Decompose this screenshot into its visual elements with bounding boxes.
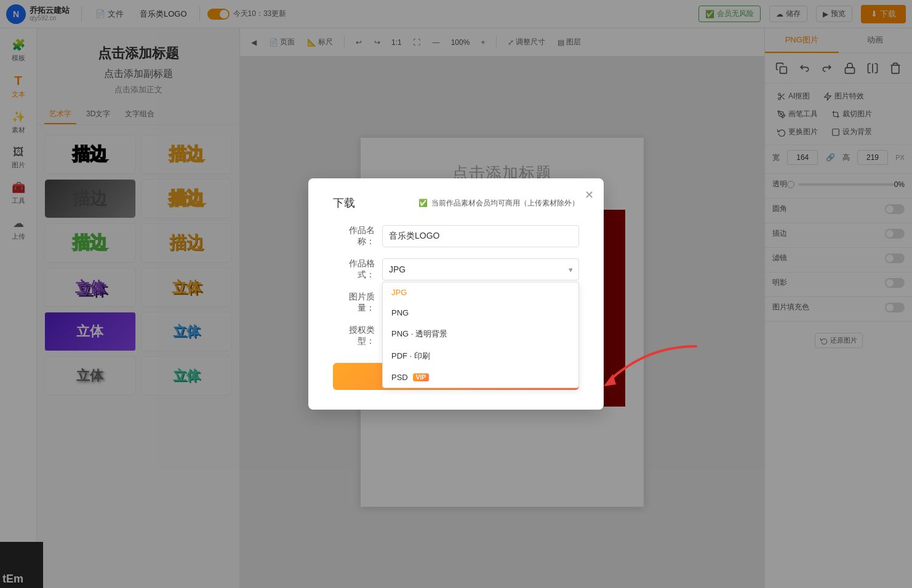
psd-label: PSD xyxy=(391,373,408,382)
svg-marker-11 xyxy=(604,374,616,386)
format-option-png[interactable]: PNG xyxy=(383,303,578,323)
modal-format-row: 作品格式： JPG ▾ JPG PNG PNG · 透明背景 xyxy=(333,258,579,280)
modal-name-label: 作品名称： xyxy=(333,225,382,247)
modal-format-select[interactable]: JPG xyxy=(382,258,579,280)
modal-quality-label: 图片质量： xyxy=(333,292,382,314)
format-option-jpg[interactable]: JPG xyxy=(383,282,578,303)
modal-close-button[interactable]: ✕ xyxy=(585,188,594,202)
modal-info: ✅ 当前作品素材会员均可商用（上传素材除外） xyxy=(418,198,579,209)
modal-info-text: 当前作品素材会员均可商用（上传素材除外） xyxy=(431,198,579,209)
modal-license-label: 授权类型： xyxy=(333,325,382,347)
download-modal: ✕ 下载 ✅ 当前作品素材会员均可商用（上传素材除外） 作品名称： 作品格式： … xyxy=(308,178,604,410)
modal-header: 下载 ✅ 当前作品素材会员均可商用（上传素材除外） xyxy=(333,196,579,210)
modal-info-icon: ✅ xyxy=(418,199,428,207)
pdf-label: PDF · 印刷 xyxy=(391,351,430,362)
modal-overlay[interactable]: ✕ 下载 ✅ 当前作品素材会员均可商用（上传素材除外） 作品名称： 作品格式： … xyxy=(0,0,912,588)
png-label: PNG xyxy=(391,308,409,317)
format-option-png-trans[interactable]: PNG · 透明背景 xyxy=(383,323,578,345)
png-trans-label: PNG · 透明背景 xyxy=(391,328,447,340)
modal-format-wrapper: JPG ▾ JPG PNG PNG · 透明背景 PDF · 印刷 xyxy=(382,258,579,280)
format-option-pdf[interactable]: PDF · 印刷 xyxy=(383,345,578,367)
modal-name-input[interactable] xyxy=(382,225,579,247)
modal-name-row: 作品名称： xyxy=(333,225,579,247)
modal-format-label: 作品格式： xyxy=(333,258,382,280)
format-option-psd[interactable]: PSD VIP xyxy=(383,367,578,387)
arrow-container xyxy=(598,340,702,391)
modal-title: 下载 xyxy=(333,196,355,210)
format-dropdown: JPG PNG PNG · 透明背景 PDF · 印刷 PSD VIP xyxy=(382,282,579,388)
red-arrow xyxy=(598,340,702,389)
psd-vip-tag: VIP xyxy=(413,373,429,381)
jpg-label: JPG xyxy=(391,288,407,297)
